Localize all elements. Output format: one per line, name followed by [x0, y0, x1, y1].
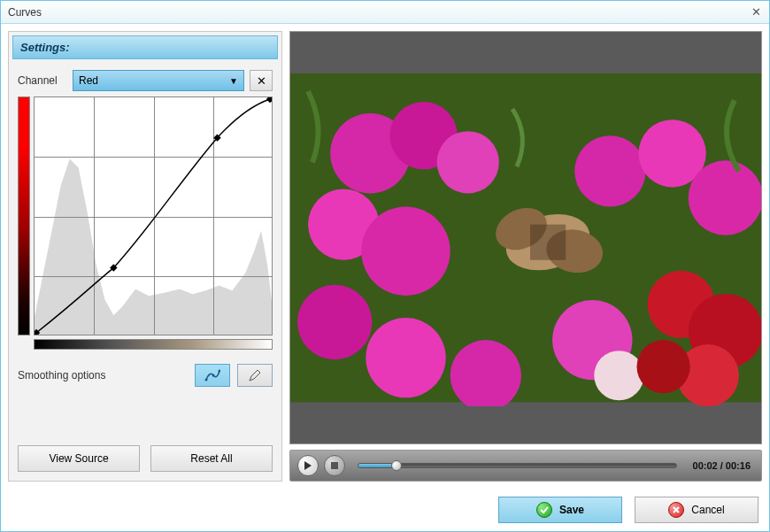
curve-canvas[interactable]	[34, 96, 273, 335]
close-icon[interactable]: ✕	[748, 4, 764, 20]
svg-rect-19	[530, 224, 566, 259]
cancel-icon	[668, 502, 684, 518]
curves-dialog: Curves ✕ Settings: Channel Red ▼ ✕	[0, 0, 770, 532]
close-icon: ✕	[257, 74, 266, 88]
save-label: Save	[559, 504, 584, 516]
settings-panel: Settings: Channel Red ▼ ✕	[8, 31, 282, 482]
titlebar[interactable]: Curves ✕	[1, 1, 769, 24]
pencil-icon	[248, 368, 262, 382]
pencil-curve-button[interactable]	[237, 364, 273, 387]
play-icon	[304, 461, 312, 470]
dialog-footer: Save Cancel	[1, 489, 769, 531]
cancel-label: Cancel	[691, 504, 724, 516]
smoothing-row: Smoothing options	[9, 355, 281, 396]
channel-row: Channel Red ▼ ✕	[9, 63, 281, 96]
curve-icon	[204, 369, 220, 382]
svg-point-5	[212, 374, 215, 377]
stop-button[interactable]	[324, 455, 345, 476]
panel-buttons: View Source Reset All	[9, 436, 281, 481]
current-time: 00:02	[693, 460, 718, 471]
cancel-button[interactable]: Cancel	[635, 497, 758, 523]
curve-editor	[9, 96, 281, 355]
reset-all-button[interactable]: Reset All	[150, 445, 273, 472]
preview-image	[290, 69, 761, 406]
smooth-curve-button[interactable]	[195, 364, 230, 387]
svg-rect-29	[331, 462, 338, 469]
preview-panel: 00:02 / 00:16	[289, 31, 762, 482]
player-bar: 00:02 / 00:16	[289, 450, 762, 482]
svg-point-12	[297, 285, 372, 359]
curve-line[interactable]	[35, 97, 272, 335]
content-area: Settings: Channel Red ▼ ✕	[1, 24, 769, 489]
svg-point-20	[574, 135, 645, 206]
save-button[interactable]: Save	[498, 497, 622, 523]
play-button[interactable]	[297, 455, 319, 476]
svg-point-24	[594, 351, 643, 400]
window-title: Curves	[6, 6, 748, 19]
channel-select[interactable]: Red ▼	[73, 70, 244, 91]
svg-point-15	[437, 131, 499, 193]
stop-icon	[331, 462, 338, 469]
seek-thumb[interactable]	[391, 460, 402, 471]
svg-point-4	[205, 379, 208, 382]
time-display: 00:02 / 00:16	[689, 460, 754, 471]
total-time: 00:16	[726, 460, 751, 471]
svg-point-6	[219, 370, 221, 373]
smoothing-label: Smoothing options	[18, 369, 188, 382]
check-icon	[536, 502, 552, 518]
channel-label: Channel	[18, 74, 67, 87]
svg-point-22	[689, 160, 761, 235]
svg-point-28	[636, 340, 689, 393]
remove-channel-button[interactable]: ✕	[250, 70, 273, 91]
vertical-gradient	[18, 96, 30, 335]
view-source-button[interactable]: View Source	[18, 445, 140, 472]
seek-bar[interactable]	[358, 463, 677, 468]
chevron-down-icon: ▼	[229, 76, 238, 86]
video-preview[interactable]	[289, 31, 762, 444]
svg-point-11	[361, 206, 450, 295]
horizontal-gradient	[34, 339, 273, 350]
settings-header: Settings:	[12, 35, 278, 59]
channel-value: Red	[79, 74, 98, 87]
svg-point-13	[366, 318, 445, 397]
